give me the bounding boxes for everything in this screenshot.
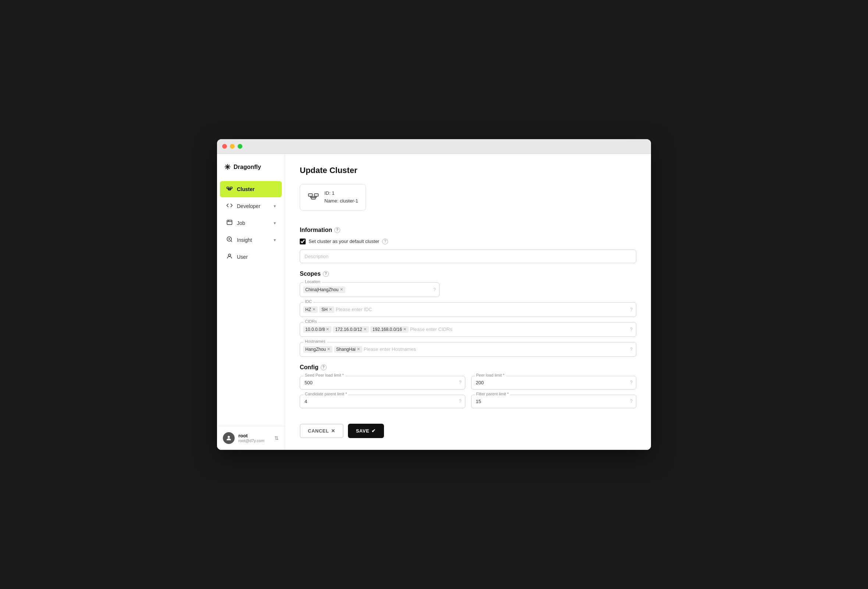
hostname-hangzhou-close[interactable]: ✕ [327,347,330,351]
sidebar-item-cluster[interactable]: Cluster [220,181,282,197]
hostnames-help-icon[interactable]: ? [630,347,633,352]
cluster-id-row: ID: 1 [325,189,358,197]
filter-parent-limit-input[interactable] [471,395,637,408]
developer-icon [226,202,233,210]
information-heading: Information [300,227,332,233]
information-help-icon[interactable]: ? [334,227,340,233]
cidrs-placeholder: Please enter CIDRs [410,327,452,332]
cidr-1-close[interactable]: ✕ [326,327,329,331]
sidebar-item-developer[interactable]: Developer ▾ [220,198,282,214]
minimize-button[interactable] [230,144,235,149]
location-tag-input[interactable]: China|HangZhou ✕ [300,282,440,297]
cidrs-help-icon[interactable]: ? [630,327,633,332]
description-input[interactable] [300,250,636,263]
idc-label: IDC [303,299,313,304]
cluster-id-value: 1 [332,190,334,196]
description-field-group [300,250,636,263]
seed-peer-load-limit-label: Seed Peer load limit * [303,373,345,377]
user-info: root root@d7y.com [238,433,271,443]
cluster-card-icon [307,190,319,205]
default-cluster-row: Set cluster as your default cluster ? [300,238,636,244]
cidr-tag-3: 192.168.0.0/16 ✕ [371,326,409,333]
location-field-group: Location China|HangZhou ✕ ? [300,282,440,297]
sidebar-user-section: root root@d7y.com ⇅ [217,426,285,450]
hostnames-field-group: Hostnames HangZhou ✕ ShangHai ✕ Please e… [300,342,636,357]
seed-peer-help-icon[interactable]: ? [459,380,462,385]
insight-icon [226,236,233,244]
idc-help-icon[interactable]: ? [630,307,633,312]
sidebar-item-insight[interactable]: Insight ▾ [220,232,282,248]
job-expand-icon: ▾ [274,221,276,226]
hostnames-label: Hostnames [303,339,327,343]
peer-load-limit-input[interactable] [471,376,637,389]
maximize-button[interactable] [238,144,242,149]
config-section-header: Config ? [300,364,636,371]
sidebar: ✳ Dragonfly [217,154,285,450]
seed-peer-load-limit-group: Seed Peer load limit * ? [300,376,465,389]
cancel-button[interactable]: CANCEL ✕ [300,424,344,438]
idc-tag-sh: SH ✕ [319,306,334,313]
user-icon [226,253,233,261]
save-icon: ✔ [372,428,376,434]
candidate-parent-limit-input[interactable] [300,395,465,408]
sidebar-developer-label: Developer [237,203,260,209]
user-name: root [238,433,271,438]
idc-placeholder: Please enter IDC [336,307,372,312]
svg-rect-7 [227,220,232,225]
titlebar [217,139,651,154]
config-heading: Config [300,364,319,371]
idc-tag-input[interactable]: HZ ✕ SH ✕ Please enter IDC [300,302,636,317]
idc-tag-hz: HZ ✕ [303,306,318,313]
location-tag: China|HangZhou ✕ [303,286,345,293]
config-help-icon[interactable]: ? [321,364,326,370]
action-buttons: CANCEL ✕ SAVE ✔ [300,424,636,438]
default-cluster-label: Set cluster as your default cluster [309,238,379,244]
hostname-shanghai-close[interactable]: ✕ [357,347,360,351]
save-button[interactable]: SAVE ✔ [348,424,384,438]
seed-peer-load-limit-input[interactable] [300,376,465,389]
logo-icon: ✳ [224,163,230,172]
cidr-3-close[interactable]: ✕ [403,327,406,331]
location-help-icon[interactable]: ? [433,287,436,292]
sidebar-item-job[interactable]: Job ▾ [220,215,282,231]
cluster-icon [226,185,233,193]
logo-label: Dragonfly [233,164,261,170]
filter-parent-help-icon[interactable]: ? [630,399,633,404]
idc-hz-close[interactable]: ✕ [312,307,316,311]
svg-rect-1 [230,187,232,188]
svg-rect-15 [309,194,313,196]
user-menu-toggle[interactable]: ⇅ [275,435,279,441]
cluster-name-value: cluster-1 [340,198,358,204]
scopes-section-header: Scopes ? [300,271,636,277]
cidr-tag-2: 172.16.0.0/12 ✕ [333,326,369,333]
sidebar-cluster-label: Cluster [237,186,254,192]
default-cluster-checkbox[interactable] [300,238,306,244]
idc-sh-close[interactable]: ✕ [329,307,332,311]
cidr-2-close[interactable]: ✕ [363,327,367,331]
sidebar-item-user[interactable]: User [220,249,282,265]
information-section-header: Information ? [300,227,636,233]
cidrs-label: CIDRs [303,319,318,324]
svg-rect-0 [227,187,229,188]
default-cluster-help-icon[interactable]: ? [382,238,388,244]
hostname-tag-hangzhou: HangZhou ✕ [303,346,332,353]
cancel-label: CANCEL [308,428,329,434]
hostnames-tag-input[interactable]: HangZhou ✕ ShangHai ✕ Please enter Hostn… [300,342,636,357]
peer-load-help-icon[interactable]: ? [630,380,633,385]
location-label: Location [303,280,322,284]
cidrs-tag-input[interactable]: 10.0.0.0/8 ✕ 172.16.0.0/12 ✕ 192.168.0.0… [300,322,636,337]
location-tag-close[interactable]: ✕ [340,287,343,292]
save-label: SAVE [356,428,369,434]
close-button[interactable] [222,144,227,149]
hostnames-placeholder: Please enter Hostnames [364,346,416,352]
svg-point-13 [229,254,230,256]
candidate-parent-help-icon[interactable]: ? [459,399,462,404]
candidate-parent-limit-label: Candidate parent limit * [303,392,348,396]
cancel-icon: ✕ [331,428,335,434]
scopes-help-icon[interactable]: ? [323,271,329,277]
cidrs-field-group: CIDRs 10.0.0.0/8 ✕ 172.16.0.0/12 ✕ 192.1… [300,322,636,337]
app-body: ✳ Dragonfly [217,154,651,450]
main-content: Update Cluster ID: [285,154,651,450]
peer-load-limit-label: Peer load limit * [475,373,506,377]
config-grid-row1: Seed Peer load limit * ? Peer load limit… [300,376,636,395]
